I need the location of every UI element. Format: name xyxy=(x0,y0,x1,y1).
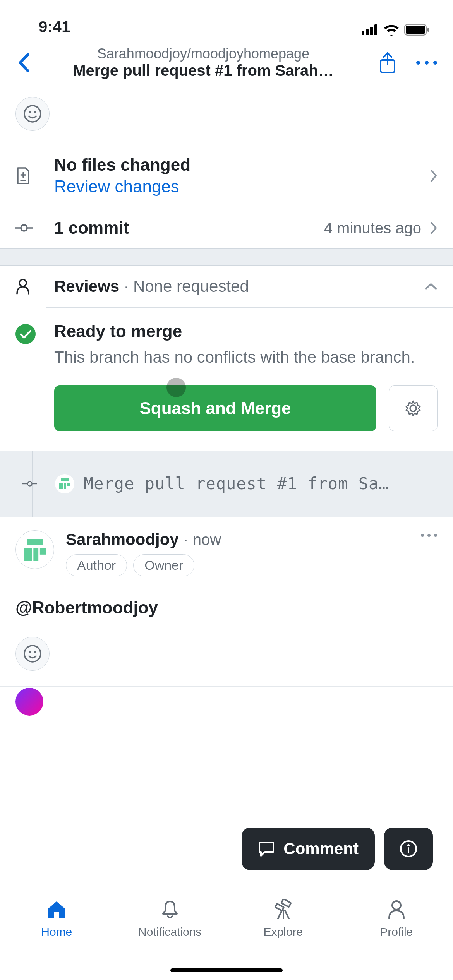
svg-point-21 xyxy=(19,279,26,286)
reviews-title: Reviews xyxy=(54,277,119,295)
header-titles: Sarahmoodjoy/moodjoyhomepage Merge pull … xyxy=(36,46,371,79)
files-changed-row[interactable]: No files changed Review changes xyxy=(0,144,453,207)
review-changes-link[interactable]: Review changes xyxy=(54,177,430,196)
svg-rect-30 xyxy=(67,483,70,486)
comment-more-button[interactable] xyxy=(420,530,438,537)
commits-time: 4 minutes ago xyxy=(324,219,421,237)
svg-point-49 xyxy=(392,901,401,910)
tab-explore[interactable]: Explore xyxy=(226,899,340,980)
more-horizontal-icon xyxy=(416,60,438,65)
comment-body: @Robertmoodjoy xyxy=(15,598,438,617)
svg-rect-2 xyxy=(370,27,373,35)
back-button[interactable] xyxy=(12,53,36,72)
svg-point-22 xyxy=(15,324,36,344)
svg-point-11 xyxy=(433,61,437,65)
smiley-icon xyxy=(23,644,42,663)
svg-rect-5 xyxy=(406,26,425,34)
chevron-left-icon xyxy=(18,53,30,72)
svg-point-9 xyxy=(416,61,420,65)
avatar xyxy=(15,688,43,716)
svg-rect-29 xyxy=(64,483,66,489)
svg-rect-3 xyxy=(374,24,377,35)
commit-author-avatar xyxy=(55,474,74,493)
tab-bar: Home Notifications Explore Profile xyxy=(0,891,453,980)
bell-icon xyxy=(160,899,180,920)
add-reaction-button[interactable] xyxy=(15,637,50,671)
more-horizontal-icon xyxy=(420,533,438,537)
merge-settings-button[interactable] xyxy=(389,385,438,431)
cellular-icon xyxy=(362,24,379,35)
chevron-right-icon xyxy=(430,169,438,183)
repo-path: Sarahmoodjoy/moodjoyhomepage xyxy=(36,46,371,62)
svg-point-12 xyxy=(24,106,41,122)
comment-icon xyxy=(258,841,275,857)
share-button[interactable] xyxy=(379,51,396,74)
touch-indicator xyxy=(166,378,186,397)
telescope-icon xyxy=(273,899,293,920)
info-button[interactable] xyxy=(384,828,433,870)
tab-profile[interactable]: Profile xyxy=(340,899,453,980)
timeline-commit-message: Merge pull request #1 from Sa… xyxy=(84,474,438,493)
next-item-peek xyxy=(0,686,453,709)
more-button[interactable] xyxy=(416,60,438,65)
svg-point-23 xyxy=(410,405,416,411)
wifi-icon xyxy=(383,24,400,36)
person-icon xyxy=(386,899,407,920)
status-time: 9:41 xyxy=(39,18,70,36)
comment-author-name[interactable]: Sarahmoodjoy xyxy=(66,530,179,548)
comment-time: now xyxy=(193,531,221,548)
add-reaction-button[interactable] xyxy=(15,97,50,131)
status-icons xyxy=(362,24,430,36)
chevron-up-icon xyxy=(424,283,438,290)
svg-line-46 xyxy=(278,911,282,918)
avatar-glyph-icon xyxy=(58,477,72,491)
author-badge: Author xyxy=(66,554,127,576)
svg-point-24 xyxy=(27,481,32,486)
header: Sarahmoodjoy/moodjoyhomepage Merge pull … xyxy=(0,39,453,88)
svg-point-10 xyxy=(425,61,429,65)
tab-home[interactable]: Home xyxy=(0,899,113,980)
svg-point-37 xyxy=(434,534,437,537)
smiley-icon xyxy=(23,105,42,123)
svg-point-36 xyxy=(427,534,431,537)
status-bar: 9:41 xyxy=(0,0,453,39)
svg-rect-31 xyxy=(27,539,43,545)
svg-rect-45 xyxy=(275,904,284,911)
svg-rect-6 xyxy=(427,28,429,32)
timeline: Merge pull request #1 from Sa… xyxy=(0,451,453,517)
svg-rect-27 xyxy=(61,478,69,481)
info-icon xyxy=(399,840,418,858)
commit-icon xyxy=(22,480,37,488)
pr-title: Merge pull request #1 from Sarah… xyxy=(36,62,371,79)
comment-author-avatar[interactable] xyxy=(15,530,54,569)
comment-card: Sarahmoodjoy · now Author Owner @Robertm… xyxy=(0,517,453,686)
owner-badge: Owner xyxy=(133,554,194,576)
home-indicator xyxy=(170,968,283,972)
svg-rect-32 xyxy=(24,548,32,561)
svg-rect-1 xyxy=(366,29,369,35)
merge-status-description: This branch has no conflicts with the ba… xyxy=(54,346,438,368)
reviews-status: · None requested xyxy=(124,277,249,295)
svg-point-40 xyxy=(34,651,36,653)
gear-icon xyxy=(404,399,422,417)
commits-row[interactable]: 1 commit 4 minutes ago xyxy=(0,207,453,248)
commits-count: 1 commit xyxy=(54,218,324,238)
reaction-bar-top xyxy=(0,88,453,144)
home-icon xyxy=(46,899,67,920)
battery-icon xyxy=(404,24,430,36)
comment-button[interactable]: Comment xyxy=(242,828,375,870)
svg-point-42 xyxy=(407,844,410,846)
commit-icon xyxy=(15,223,33,233)
svg-rect-44 xyxy=(281,899,291,907)
svg-rect-34 xyxy=(40,548,46,555)
person-icon xyxy=(15,278,30,295)
reviews-row[interactable]: Reviews · None requested xyxy=(0,266,453,307)
squash-and-merge-button[interactable]: Squash and Merge xyxy=(54,385,376,431)
svg-rect-0 xyxy=(362,31,364,35)
svg-point-39 xyxy=(29,651,31,653)
avatar-glyph-icon xyxy=(22,537,48,562)
svg-point-14 xyxy=(34,111,36,113)
tab-notifications[interactable]: Notifications xyxy=(113,899,227,980)
timeline-commit-row[interactable]: Merge pull request #1 from Sa… xyxy=(0,451,453,517)
merge-status-title: Ready to merge xyxy=(54,322,438,341)
